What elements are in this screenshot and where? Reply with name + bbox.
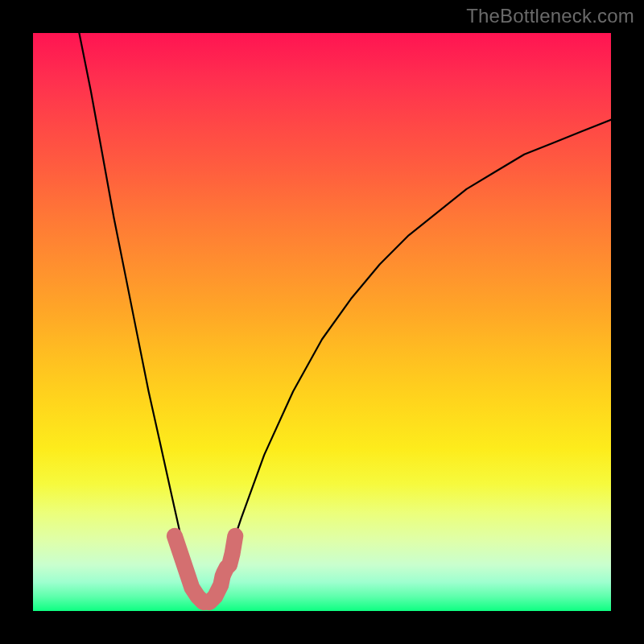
optimal-zone-highlight [175, 536, 235, 603]
watermark-text: TheBottleneck.com [466, 5, 634, 27]
curve-layer [33, 33, 611, 611]
chart-frame: TheBottleneck.com [0, 0, 644, 644]
plot-area [33, 33, 611, 611]
bottleneck-curve [79, 33, 611, 605]
